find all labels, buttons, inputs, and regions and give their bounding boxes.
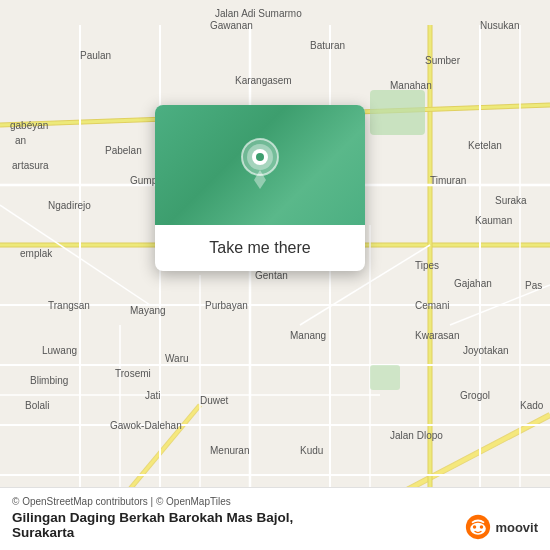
location-name: Gilingan Daging Berkah Barokah Mas Bajol… <box>12 510 293 525</box>
popup-map-area <box>155 105 365 225</box>
svg-rect-29 <box>370 90 425 135</box>
svg-rect-30 <box>370 365 400 390</box>
location-city: Surakarta <box>12 525 74 540</box>
moovit-text: moovit <box>495 520 538 535</box>
take-me-there-button[interactable]: Take me there <box>209 235 310 261</box>
svg-point-38 <box>473 525 476 528</box>
popup-card: Take me there <box>155 105 365 271</box>
bottom-bar: © OpenStreetMap contributors | © OpenMap… <box>0 487 550 550</box>
map-roads <box>0 0 550 550</box>
location-title: Gilingan Daging Berkah Barokah Mas Bajol… <box>12 510 538 540</box>
map-attribution: © OpenStreetMap contributors | © OpenMap… <box>12 496 538 507</box>
moovit-logo: moovit <box>465 514 538 540</box>
svg-rect-0 <box>0 25 550 525</box>
svg-point-39 <box>480 525 483 528</box>
moovit-icon <box>465 514 491 540</box>
popup-button-area[interactable]: Take me there <box>155 225 365 271</box>
map-container: GawananJalan Adi SumarmoNusukanPaulanBat… <box>0 0 550 550</box>
svg-point-34 <box>256 153 264 161</box>
location-pin-icon <box>238 137 282 193</box>
